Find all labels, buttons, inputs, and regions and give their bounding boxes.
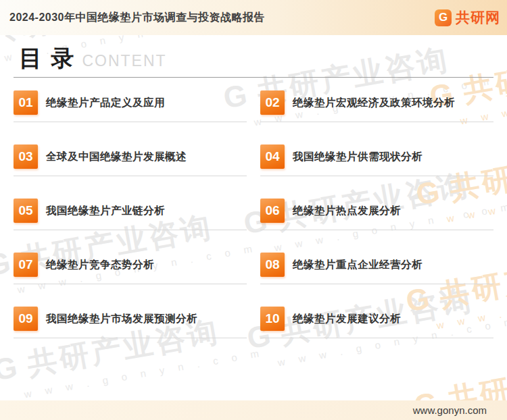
toc-item-label: 我国绝缘垫片市场发展预测分析	[46, 307, 197, 331]
toc-item-label: 绝缘垫片产品定义及应用	[46, 90, 165, 115]
toc-heading: 目 录 CONTENT	[14, 45, 493, 72]
toc-grid: 01 绝缘垫片产品定义及应用 02 绝缘垫片宏观经济及政策环境分析 03 全球及…	[14, 90, 493, 338]
toc-item-number-badge: 05	[14, 199, 38, 223]
toc-item-number-badge: 04	[260, 145, 285, 169]
toc-item-number-badge: 03	[14, 145, 38, 169]
toc-item-label: 全球及中国绝缘垫片发展概述	[46, 145, 187, 169]
site-logo[interactable]: G 共研网	[435, 8, 500, 27]
report-title: 2024-2030年中国绝缘垫片市场调查与投资战略报告	[9, 11, 265, 25]
toc-item-03[interactable]: 03 全球及中国绝缘垫片发展概述	[14, 145, 247, 176]
toc-item-02[interactable]: 02 绝缘垫片宏观经济及政策环境分析	[260, 90, 493, 122]
logo-g-icon: G	[435, 9, 452, 26]
toc-item-04[interactable]: 04 我国绝缘垫片供需现状分析	[260, 145, 493, 176]
toc-item-07[interactable]: 07 绝缘垫片竞争态势分析	[14, 253, 247, 284]
toc-item-label: 绝缘垫片宏观经济及政策环境分析	[293, 90, 455, 115]
toc-item-label: 绝缘垫片热点发展分析	[293, 199, 401, 223]
toc-item-number-badge: 07	[14, 253, 38, 277]
toc-item-08[interactable]: 08 绝缘垫片重点企业经营分析	[260, 253, 493, 284]
toc-item-number-badge: 08	[260, 253, 285, 277]
toc-item-number-badge: 01	[14, 90, 38, 115]
header-bar: 2024-2030年中国绝缘垫片市场调查与投资战略报告 G 共研网	[0, 0, 507, 35]
toc-item-number-badge: 09	[14, 307, 38, 331]
footer-bar: www.gonyn.com	[0, 400, 507, 420]
toc-item-label: 绝缘垫片竞争态势分析	[46, 253, 154, 277]
toc-item-label: 我国绝缘垫片供需现状分析	[293, 145, 422, 169]
footer-site-url[interactable]: www.gonyn.com	[413, 404, 487, 416]
logo-brand-text: 共研网	[456, 8, 500, 27]
toc-item-label: 绝缘垫片发展建议分析	[293, 307, 401, 331]
toc-item-09[interactable]: 09 我国绝缘垫片市场发展预测分析	[14, 307, 247, 338]
toc-item-number-badge: 02	[260, 90, 285, 115]
heading-divider	[14, 77, 493, 78]
toc-page: G共研产业咨询 w w w . g o n y n . c o m G共研产业咨…	[0, 0, 507, 420]
toc-heading-cn: 目 录	[19, 45, 75, 72]
watermark-url-text: w w w . g o n y n . c o m	[23, 346, 265, 400]
toc-item-05[interactable]: 05 我国绝缘垫片产业链分析	[14, 199, 247, 230]
toc-item-number-badge: 10	[260, 307, 285, 331]
watermark-logo-icon: G	[0, 349, 22, 386]
toc-item-label: 我国绝缘垫片产业链分析	[46, 199, 165, 223]
toc-item-label: 绝缘垫片重点企业经营分析	[293, 253, 422, 277]
toc-content: 目 录 CONTENT 01 绝缘垫片产品定义及应用 02 绝缘垫片宏观经济及政…	[0, 0, 507, 338]
toc-item-01[interactable]: 01 绝缘垫片产品定义及应用	[14, 90, 247, 122]
toc-heading-en: CONTENT	[82, 52, 166, 70]
toc-item-10[interactable]: 10 绝缘垫片发展建议分析	[260, 307, 493, 338]
toc-item-number-badge: 06	[260, 199, 285, 223]
toc-item-06[interactable]: 06 绝缘垫片热点发展分析	[260, 199, 493, 230]
